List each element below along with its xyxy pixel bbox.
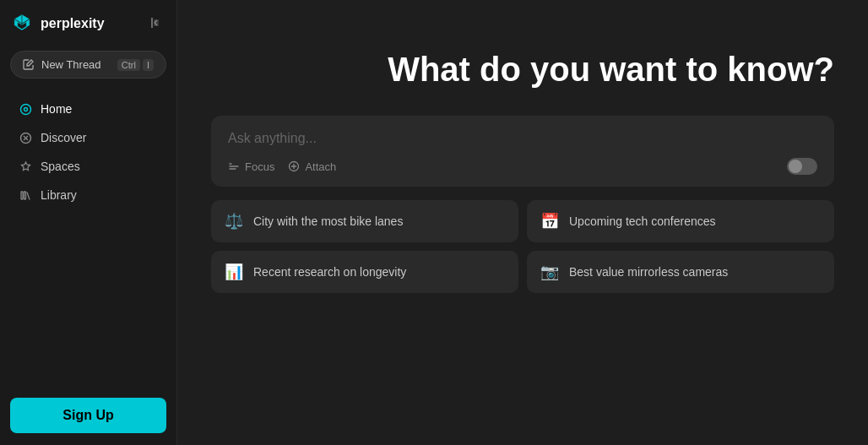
library-icon — [19, 188, 32, 202]
svg-point-0 — [20, 104, 30, 114]
suggestion-grid: ⚖️ City with the most bike lanes 📅 Upcom… — [211, 200, 834, 293]
keyboard-shortcut: Ctrl I — [117, 59, 154, 71]
sidebar: perplexity New Thread Ctrl I — [0, 0, 177, 445]
pro-toggle[interactable] — [787, 158, 817, 175]
perplexity-logo-icon — [10, 12, 34, 35]
collapse-icon — [149, 16, 163, 30]
mirrorless-icon: 📷 — [540, 263, 559, 281]
collapse-sidebar-button[interactable] — [146, 13, 166, 35]
focus-label: Focus — [245, 160, 274, 173]
sidebar-item-discover[interactable]: Discover — [10, 124, 166, 151]
tech-conf-label: Upcoming tech conferences — [569, 214, 716, 228]
edit-icon — [23, 59, 35, 71]
suggestion-tech-conferences[interactable]: 📅 Upcoming tech conferences — [527, 200, 834, 242]
tech-conf-icon: 📅 — [540, 212, 559, 231]
spaces-icon — [19, 160, 32, 173]
sidebar-item-spaces[interactable]: Spaces — [10, 153, 166, 180]
focus-button[interactable]: Focus — [228, 160, 274, 173]
bike-lanes-label: City with the most bike lanes — [253, 214, 403, 228]
main-content: What do you want to know? Focus Attach ⚖… — [177, 0, 868, 445]
attach-icon — [288, 160, 300, 172]
svg-rect-3 — [21, 192, 23, 199]
longevity-label: Recent research on longevity — [253, 265, 406, 279]
new-thread-label: New Thread — [41, 58, 101, 71]
svg-point-1 — [24, 107, 27, 111]
nav-items: Home Discover Spaces — [10, 95, 166, 398]
discover-label: Discover — [41, 131, 86, 144]
logo-text: perplexity — [41, 16, 105, 31]
sidebar-item-home[interactable]: Home — [10, 95, 166, 122]
main-title: What do you want to know? — [211, 51, 834, 89]
sidebar-item-library[interactable]: Library — [10, 182, 166, 209]
new-thread-button[interactable]: New Thread Ctrl I — [10, 51, 166, 79]
logo-area: perplexity — [10, 12, 105, 35]
home-icon — [19, 102, 32, 116]
attach-button[interactable]: Attach — [288, 160, 336, 173]
mirrorless-label: Best value mirrorless cameras — [569, 265, 728, 279]
suggestion-longevity[interactable]: 📊 Recent research on longevity — [211, 251, 518, 293]
spaces-label: Spaces — [41, 160, 80, 173]
focus-icon — [228, 160, 240, 172]
attach-label: Attach — [305, 160, 336, 173]
search-input[interactable] — [228, 131, 817, 146]
discover-icon — [19, 131, 32, 144]
bike-lanes-icon: ⚖️ — [225, 212, 243, 231]
svg-rect-4 — [24, 192, 25, 199]
suggestion-bike-lanes[interactable]: ⚖️ City with the most bike lanes — [211, 200, 518, 242]
longevity-icon: 📊 — [225, 263, 243, 281]
home-label: Home — [41, 102, 72, 116]
sidebar-header: perplexity — [10, 12, 166, 35]
sign-up-button[interactable]: Sign Up — [10, 398, 166, 433]
suggestion-mirrorless[interactable]: 📷 Best value mirrorless cameras — [527, 251, 834, 293]
library-label: Library — [41, 188, 77, 202]
search-toolbar: Focus Attach — [228, 158, 817, 175]
search-box: Focus Attach — [211, 116, 834, 187]
